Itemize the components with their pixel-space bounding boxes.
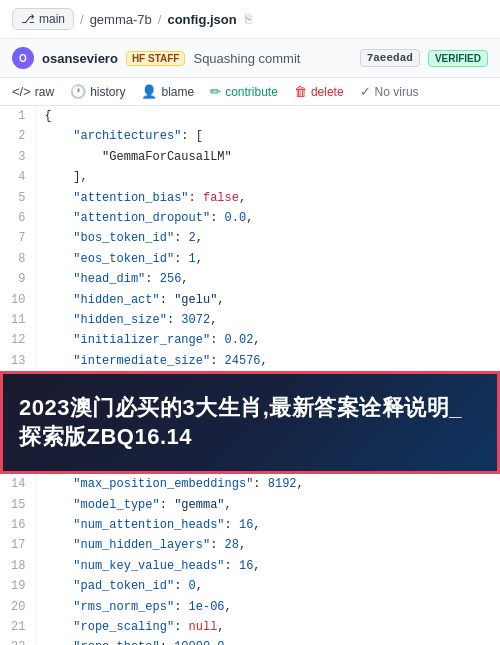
- line-number: 12: [0, 330, 36, 350]
- code-container: 1 { 2 "architectures": [ 3 "GemmaForCaus…: [0, 106, 500, 371]
- raw-icon: </>: [12, 84, 31, 99]
- line-code: "num_hidden_layers": 28,: [36, 535, 500, 555]
- code-container-after: 14 "max_position_embeddings": 8192, 15 "…: [0, 474, 500, 645]
- line-code: ],: [36, 167, 500, 187]
- delete-label: delete: [311, 85, 344, 99]
- table-row: 13 "intermediate_size": 24576,: [0, 351, 500, 371]
- table-row: 2 "architectures": [: [0, 126, 500, 146]
- line-number: 16: [0, 515, 36, 535]
- line-number: 14: [0, 474, 36, 494]
- line-number: 21: [0, 617, 36, 637]
- table-row: 4 ],: [0, 167, 500, 187]
- commit-message: Squashing commit: [193, 51, 351, 66]
- line-code: "intermediate_size": 24576,: [36, 351, 500, 371]
- line-number: 17: [0, 535, 36, 555]
- line-code: "pad_token_id": 0,: [36, 576, 500, 596]
- history-action[interactable]: 🕐 history: [70, 84, 125, 99]
- nav-separator: /: [80, 12, 84, 27]
- table-row: 3 "GemmaForCausalLM": [0, 147, 500, 167]
- blame-label: blame: [161, 85, 194, 99]
- repo-name-link[interactable]: gemma-7b: [90, 12, 152, 27]
- line-code: "attention_dropout": 0.0,: [36, 208, 500, 228]
- table-row: 20 "rms_norm_eps": 1e-06,: [0, 597, 500, 617]
- history-label: history: [90, 85, 125, 99]
- nav-separator2: /: [158, 12, 162, 27]
- table-row: 15 "model_type": "gemma",: [0, 495, 500, 515]
- line-number: 20: [0, 597, 36, 617]
- table-row: 9 "head_dim": 256,: [0, 269, 500, 289]
- line-code: "bos_token_id": 2,: [36, 228, 500, 248]
- commit-hash[interactable]: 7aeedad: [360, 49, 420, 67]
- line-code: "attention_bias": false,: [36, 188, 500, 208]
- line-code: "architectures": [: [36, 126, 500, 146]
- table-row: 10 "hidden_act": "gelu",: [0, 290, 500, 310]
- line-code: "eos_token_id": 1,: [36, 249, 500, 269]
- line-number: 2: [0, 126, 36, 146]
- line-code: "rms_norm_eps": 1e-06,: [36, 597, 500, 617]
- blame-action[interactable]: 👤 blame: [141, 84, 194, 99]
- line-code: "num_key_value_heads": 16,: [36, 556, 500, 576]
- branch-label: main: [39, 12, 65, 26]
- table-row: 1 {: [0, 106, 500, 126]
- line-code: {: [36, 106, 500, 126]
- action-bar: </> raw 🕐 history 👤 blame ✏ contribute 🗑…: [0, 78, 500, 106]
- ad-overlay[interactable]: 2023澳门必买的3大生肖,最新答案诠释说明_探索版ZBQ16.14: [0, 371, 500, 474]
- table-row: 7 "bos_token_id": 2,: [0, 228, 500, 248]
- avatar: O: [12, 47, 34, 69]
- delete-action[interactable]: 🗑 delete: [294, 84, 344, 99]
- line-number: 4: [0, 167, 36, 187]
- line-code: "hidden_size": 3072,: [36, 310, 500, 330]
- line-number: 13: [0, 351, 36, 371]
- hf-staff-badge: HF STAFF: [126, 51, 186, 66]
- file-name-link[interactable]: config.json: [167, 12, 236, 27]
- copy-icon[interactable]: ⎘: [245, 12, 252, 26]
- top-nav: ⎇ main / gemma-7b / config.json ⎘: [0, 0, 500, 39]
- commit-bar: O osanseviero HF STAFF Squashing commit …: [0, 39, 500, 78]
- no-virus-label: No virus: [375, 85, 419, 99]
- shield-icon: ✓: [360, 84, 371, 99]
- line-number: 22: [0, 637, 36, 645]
- blame-icon: 👤: [141, 84, 157, 99]
- line-code: "model_type": "gemma",: [36, 495, 500, 515]
- line-code: "GemmaForCausalLM": [36, 147, 500, 167]
- table-row: 22 "rope_theta": 10000.0,: [0, 637, 500, 645]
- line-number: 3: [0, 147, 36, 167]
- line-number: 1: [0, 106, 36, 126]
- table-row: 17 "num_hidden_layers": 28,: [0, 535, 500, 555]
- table-row: 19 "pad_token_id": 0,: [0, 576, 500, 596]
- line-number: 19: [0, 576, 36, 596]
- line-number: 15: [0, 495, 36, 515]
- line-number: 7: [0, 228, 36, 248]
- verified-badge: VERIFIED: [428, 50, 488, 67]
- line-code: "rope_theta": 10000.0,: [36, 637, 500, 645]
- raw-action[interactable]: </> raw: [12, 84, 54, 99]
- code-table-after: 14 "max_position_embeddings": 8192, 15 "…: [0, 474, 500, 645]
- ad-title: 2023澳门必买的3大生肖,最新答案诠释说明_探索版ZBQ16.14: [19, 394, 481, 451]
- table-row: 21 "rope_scaling": null,: [0, 617, 500, 637]
- line-code: "rope_scaling": null,: [36, 617, 500, 637]
- line-code: "head_dim": 256,: [36, 269, 500, 289]
- author-name[interactable]: osanseviero: [42, 51, 118, 66]
- branch-selector[interactable]: ⎇ main: [12, 8, 74, 30]
- line-number: 6: [0, 208, 36, 228]
- line-number: 10: [0, 290, 36, 310]
- table-row: 14 "max_position_embeddings": 8192,: [0, 474, 500, 494]
- line-number: 18: [0, 556, 36, 576]
- contribute-icon: ✏: [210, 84, 221, 99]
- table-row: 18 "num_key_value_heads": 16,: [0, 556, 500, 576]
- line-number: 5: [0, 188, 36, 208]
- line-code: "hidden_act": "gelu",: [36, 290, 500, 310]
- line-number: 11: [0, 310, 36, 330]
- line-code: "num_attention_heads": 16,: [36, 515, 500, 535]
- line-code: "initializer_range": 0.02,: [36, 330, 500, 350]
- code-table: 1 { 2 "architectures": [ 3 "GemmaForCaus…: [0, 106, 500, 371]
- contribute-action[interactable]: ✏ contribute: [210, 84, 278, 99]
- line-number: 9: [0, 269, 36, 289]
- branch-icon: ⎇: [21, 12, 35, 26]
- delete-icon: 🗑: [294, 84, 307, 99]
- table-row: 8 "eos_token_id": 1,: [0, 249, 500, 269]
- contribute-label: contribute: [225, 85, 278, 99]
- table-row: 12 "initializer_range": 0.02,: [0, 330, 500, 350]
- no-virus-action: ✓ No virus: [360, 84, 419, 99]
- table-row: 5 "attention_bias": false,: [0, 188, 500, 208]
